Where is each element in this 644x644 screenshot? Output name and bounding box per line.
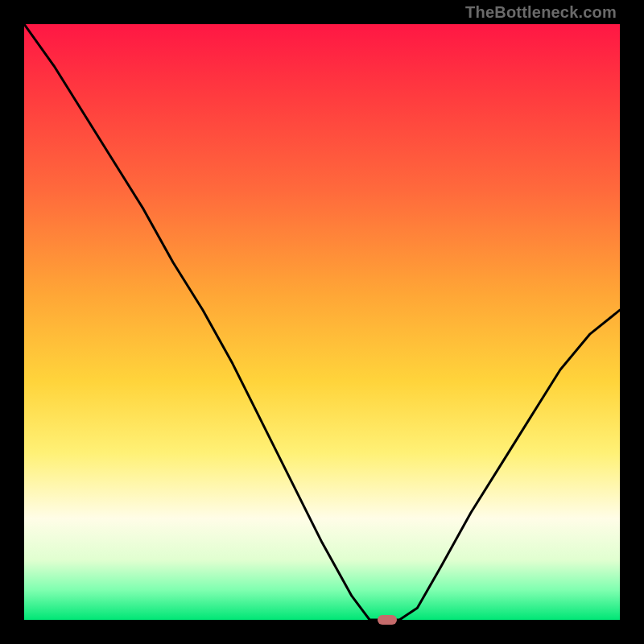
plot-area xyxy=(24,24,620,620)
chart-frame: TheBottleneck.com xyxy=(0,0,644,644)
watermark-text: TheBottleneck.com xyxy=(465,3,617,22)
bottleneck-curve xyxy=(24,24,620,620)
optimal-marker xyxy=(378,615,397,625)
